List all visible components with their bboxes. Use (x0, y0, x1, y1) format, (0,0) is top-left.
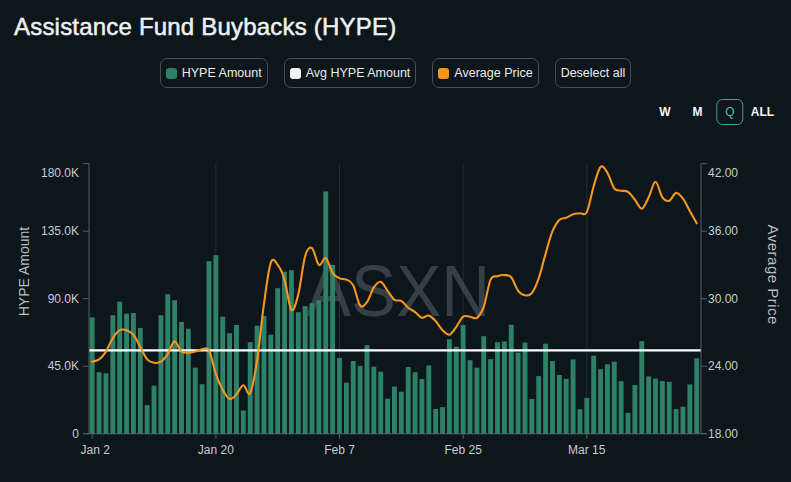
bar-mar-7 (529, 399, 534, 434)
bar-mar-27 (667, 382, 672, 434)
bar-mar-2 (495, 342, 500, 434)
bar-jan-12 (158, 315, 163, 434)
bar-feb-20 (426, 365, 431, 434)
bar-mar-19 (612, 362, 617, 435)
bar-jan-2 (90, 317, 95, 434)
bar-jan-22 (227, 333, 232, 434)
bar-mar-9 (543, 344, 548, 435)
left-axis-label-45.0K: 45.0K (48, 359, 79, 373)
bar-jan-3 (97, 372, 102, 434)
left-axis-title: HYPE Amount (16, 227, 32, 317)
bar-jan-17 (193, 368, 198, 435)
bar-feb-13 (378, 372, 383, 434)
bar-jan-18 (200, 384, 205, 434)
bar-feb-12 (371, 367, 376, 435)
bar-mar-18 (605, 364, 610, 434)
bar-mar-25 (653, 379, 658, 435)
bar-jan-14 (172, 300, 177, 434)
bar-jan-16 (186, 329, 191, 435)
bar-mar-22 (632, 385, 637, 434)
left-axis-label-180.0K: 180.0K (41, 166, 79, 180)
bar-feb-18 (413, 372, 418, 434)
bar-feb-24 (454, 347, 459, 435)
bar-mar-15 (584, 398, 589, 434)
bar-jan-6 (117, 302, 122, 435)
bar-mar-3 (502, 341, 507, 434)
bar-jan-5 (110, 315, 115, 434)
bar-jan-31 (289, 270, 294, 434)
right-axis-label-24.00: 24.00 (708, 359, 738, 373)
bar-mar-6 (523, 343, 528, 435)
bar-mar-28 (674, 409, 679, 434)
bar-mar-24 (646, 376, 651, 434)
bar-feb-10 (358, 366, 363, 434)
bar-feb-22 (440, 407, 445, 434)
bar-jan-24 (241, 410, 246, 434)
bar-jan-11 (152, 386, 157, 435)
bar-feb-15 (392, 387, 397, 435)
right-axis-label-42.00: 42.00 (708, 166, 738, 180)
x-axis-label-jan-2: Jan 2 (81, 443, 111, 457)
right-axis-title: Average Price (765, 224, 782, 324)
x-axis-label-jan-20: Jan 20 (198, 443, 234, 457)
bar-jan-29 (275, 288, 280, 434)
bar-feb-26 (468, 360, 473, 434)
bar-feb-4 (316, 300, 321, 434)
bar-mar-4 (509, 325, 514, 434)
right-axis-label-30.00: 30.00 (708, 292, 738, 306)
bar-feb-17 (406, 367, 411, 434)
bar-jan-8 (131, 313, 136, 434)
assistance-fund-buybacks-dashboard: { "header": { "title": "Assistance Fund … (0, 0, 791, 482)
bar-jan-23 (234, 325, 239, 434)
left-axis-label-90.0K: 90.0K (48, 292, 79, 306)
bar-feb-2 (303, 306, 308, 434)
left-axis-label-135.0K: 135.0K (41, 224, 79, 238)
bar-feb-25 (461, 325, 466, 434)
bar-feb-19 (419, 379, 424, 434)
bar-mar-8 (536, 376, 541, 434)
bar-mar-20 (619, 381, 624, 434)
bar-mar-23 (639, 341, 644, 434)
bar-mar-10 (550, 361, 555, 434)
bar-feb-11 (365, 345, 370, 434)
bar-jan-20 (213, 255, 218, 434)
bar-feb-8 (344, 383, 349, 435)
bar-feb-3 (310, 303, 315, 434)
bar-feb-5 (323, 191, 328, 434)
bar-jan-27 (261, 316, 266, 434)
bar-mar-11 (557, 375, 562, 434)
bar-mar-26 (660, 381, 665, 434)
right-axis-label-18.00: 18.00 (708, 427, 738, 441)
bar-jan-4 (103, 373, 108, 434)
bar-mar-21 (626, 413, 631, 434)
bar-jan-13 (165, 294, 170, 434)
bar-feb-14 (385, 399, 390, 435)
left-axis-label-0: 0 (72, 427, 79, 441)
bar-feb-23 (447, 339, 452, 434)
bar-mar-5 (516, 353, 521, 435)
x-axis-label-mar-15: Mar 15 (568, 443, 606, 457)
right-axis-label-36.00: 36.00 (708, 224, 738, 238)
bar-feb-9 (351, 361, 356, 434)
bar-feb-21 (433, 409, 438, 434)
bar-feb-1 (296, 312, 301, 434)
bar-mar-12 (564, 379, 569, 434)
bar-feb-27 (474, 368, 479, 435)
bar-mar-14 (577, 409, 582, 434)
bar-mar-31 (694, 358, 699, 434)
bar-mar-13 (571, 359, 576, 434)
bar-mar-17 (598, 369, 603, 434)
bar-mar-1 (488, 359, 493, 434)
bar-mar-30 (687, 384, 692, 434)
bar-mar-29 (681, 407, 686, 435)
x-axis-label-feb-25: Feb 25 (444, 443, 482, 457)
bar-jan-30 (282, 272, 287, 435)
bar-jan-21 (220, 317, 225, 435)
x-axis-label-feb-7: Feb 7 (324, 443, 355, 457)
bar-mar-16 (591, 356, 596, 435)
bar-feb-16 (399, 392, 404, 435)
bar-feb-7 (337, 358, 342, 434)
bar-jan-10 (145, 405, 150, 434)
bar-jan-15 (179, 322, 184, 434)
buybacks-chart: ASXN045.0K90.0K135.0K180.0K18.0024.0030.… (0, 0, 791, 482)
